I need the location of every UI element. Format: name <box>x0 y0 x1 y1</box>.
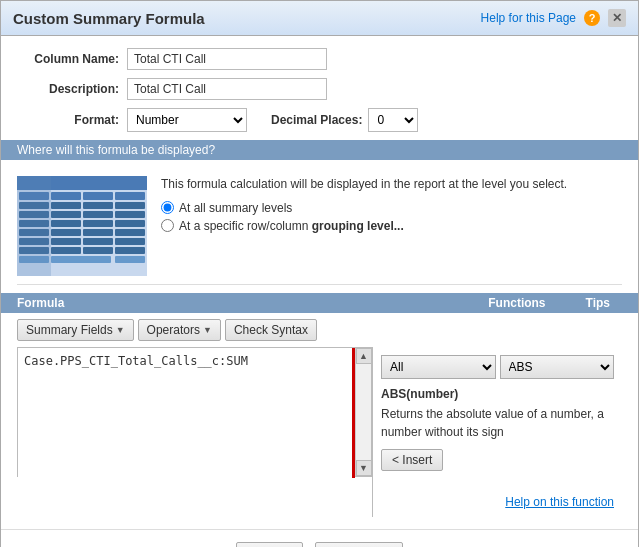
svg-rect-13 <box>115 211 145 218</box>
func-description: ABS(number) <box>381 387 614 401</box>
functions-panel: All Math Text Date ABS CEILING FLOOR ROU… <box>372 347 622 517</box>
radio-all-levels: At all summary levels <box>161 201 622 215</box>
decimal-places-label: Decimal Places: <box>271 113 362 127</box>
svg-rect-5 <box>115 192 145 200</box>
radio-specific-level-label: At a specific row/column grouping level.… <box>179 219 404 233</box>
functions-header-label: Functions <box>488 296 545 310</box>
custom-summary-formula-dialog: Custom Summary Formula Help for this Pag… <box>0 0 639 547</box>
close-button[interactable]: ✕ <box>608 9 626 27</box>
svg-rect-21 <box>115 229 145 236</box>
functions-toolbar: All Math Text Date ABS CEILING FLOOR ROU… <box>381 355 614 379</box>
dialog-header: Custom Summary Formula Help for this Pag… <box>1 1 638 36</box>
svg-rect-28 <box>83 247 113 254</box>
svg-rect-20 <box>83 229 113 236</box>
svg-rect-24 <box>83 238 113 245</box>
svg-rect-11 <box>51 211 81 218</box>
help-link[interactable]: Help for this Page <box>481 11 576 25</box>
svg-rect-27 <box>51 247 81 254</box>
svg-rect-32 <box>115 256 145 263</box>
decimal-select[interactable]: 0 1 2 3 <box>368 108 418 132</box>
cancel-button[interactable]: Cancel <box>315 542 402 547</box>
svg-rect-16 <box>83 220 113 227</box>
column-name-input[interactable] <box>127 48 327 70</box>
header-right: Help for this Page ? ✕ <box>481 9 626 27</box>
format-row: Format: Number Currency Percent Decimal … <box>17 108 622 132</box>
svg-rect-9 <box>115 202 145 209</box>
summary-fields-button[interactable]: Summary Fields ▼ <box>17 319 134 341</box>
func-help-link[interactable]: Help on this function <box>381 495 614 509</box>
formula-main: Case.PPS_CTI_Total_Calls__c:SUM ▲ ▼ All … <box>17 347 622 517</box>
formula-toolbar: Summary Fields ▼ Operators ▼ Check Synta… <box>17 313 622 347</box>
svg-rect-7 <box>51 202 81 209</box>
insert-button[interactable]: < Insert <box>381 449 443 471</box>
display-options: This formula calculation will be display… <box>161 176 622 276</box>
svg-rect-4 <box>83 192 113 200</box>
operators-button[interactable]: Operators ▼ <box>138 319 221 341</box>
scroll-up-arrow[interactable]: ▲ <box>356 348 372 364</box>
formula-header-right: Functions Tips <box>488 296 630 310</box>
dialog-body: Column Name: Description: Format: Number… <box>1 36 638 529</box>
svg-rect-31 <box>51 256 111 263</box>
svg-rect-33 <box>17 176 51 276</box>
column-name-label: Column Name: <box>17 52 127 66</box>
description-row: Description: <box>17 78 622 100</box>
svg-rect-12 <box>83 211 113 218</box>
formula-editor: Case.PPS_CTI_Total_Calls__c:SUM ▲ ▼ <box>17 347 372 517</box>
decimal-group: Decimal Places: 0 1 2 3 <box>271 108 418 132</box>
display-section-bar: Where will this formula be displayed? <box>1 140 638 160</box>
column-name-row: Column Name: <box>17 48 622 70</box>
check-syntax-button[interactable]: Check Syntax <box>225 319 317 341</box>
radio-specific-level-input[interactable] <box>161 219 174 232</box>
dialog-title: Custom Summary Formula <box>13 10 205 27</box>
svg-rect-29 <box>115 247 145 254</box>
func-category-select[interactable]: All Math Text Date <box>381 355 496 379</box>
format-select[interactable]: Number Currency Percent <box>127 108 247 132</box>
svg-rect-25 <box>115 238 145 245</box>
scroll-down-arrow[interactable]: ▼ <box>356 460 372 476</box>
formula-section-header: Formula Functions Tips <box>1 293 638 313</box>
svg-rect-15 <box>51 220 81 227</box>
radio-all-levels-label: At all summary levels <box>179 201 292 215</box>
svg-rect-8 <box>83 202 113 209</box>
format-label: Format: <box>17 113 127 127</box>
radio-all-levels-input[interactable] <box>161 201 174 214</box>
radio-specific-level: At a specific row/column grouping level.… <box>161 219 622 233</box>
svg-rect-17 <box>115 220 145 227</box>
formula-header-label: Formula <box>17 296 64 310</box>
formula-scrollbar: ▲ ▼ <box>355 348 371 476</box>
ok-button[interactable]: OK <box>236 542 303 547</box>
description-input[interactable] <box>127 78 327 100</box>
description-label: Description: <box>17 82 127 96</box>
summary-fields-chevron: ▼ <box>116 325 125 335</box>
preview-grid <box>17 176 147 276</box>
func-name-select[interactable]: ABS CEILING FLOOR ROUND <box>500 355 615 379</box>
operators-chevron: ▼ <box>203 325 212 335</box>
help-icon[interactable]: ? <box>584 10 600 26</box>
svg-rect-19 <box>51 229 81 236</box>
svg-rect-3 <box>51 192 81 200</box>
formula-textarea[interactable]: Case.PPS_CTI_Total_Calls__c:SUM <box>18 348 355 478</box>
display-section: This formula calculation will be display… <box>17 168 622 285</box>
tips-header-label: Tips <box>586 296 610 310</box>
svg-rect-23 <box>51 238 81 245</box>
dialog-footer: OK Cancel <box>1 529 638 547</box>
func-detail: Returns the absolute value of a number, … <box>381 405 614 441</box>
display-description: This formula calculation will be display… <box>161 176 622 193</box>
